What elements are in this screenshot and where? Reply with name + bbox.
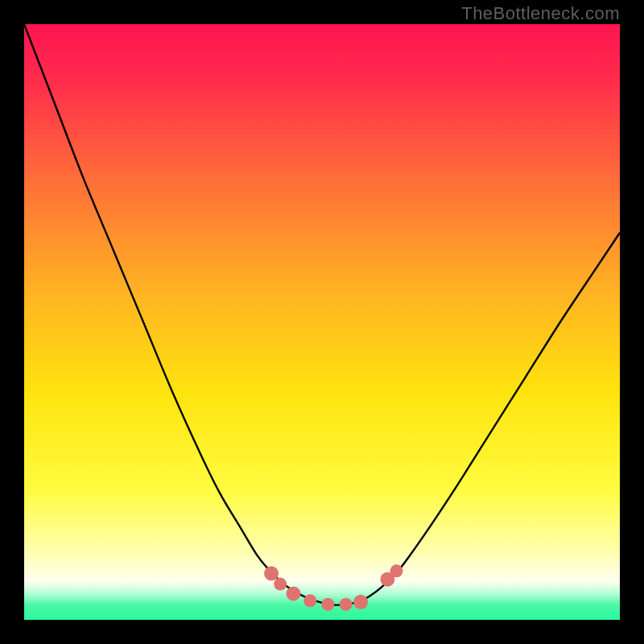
chart-frame: TheBottleneck.com <box>0 0 644 644</box>
bottleneck-curve-chart <box>24 24 620 620</box>
curve-marker <box>274 578 287 591</box>
curve-marker <box>286 586 300 601</box>
curve-marker <box>340 598 353 611</box>
curve-marker <box>390 564 403 577</box>
curve-marker <box>353 595 368 609</box>
curve-marker <box>303 594 316 607</box>
attribution-text: TheBottleneck.com <box>461 3 620 24</box>
curve-marker <box>321 598 334 611</box>
curve-marker <box>264 566 279 580</box>
plot-area <box>24 24 620 620</box>
gradient-background <box>24 24 620 620</box>
